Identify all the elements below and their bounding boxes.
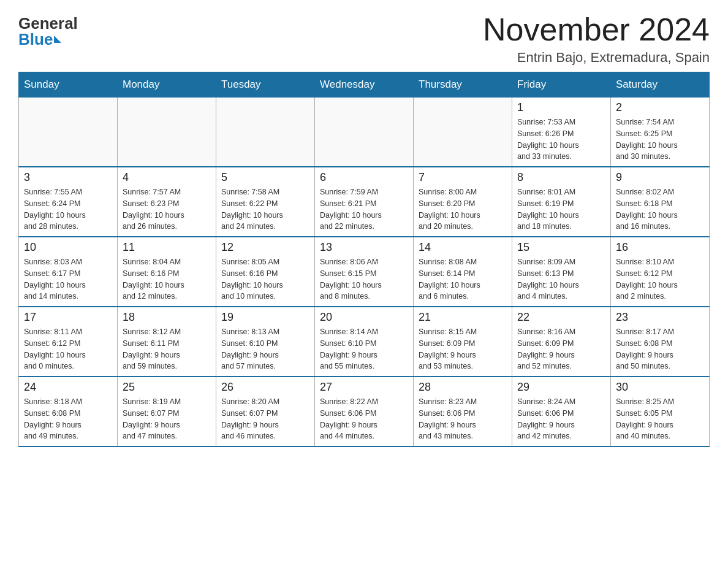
day-info: Sunrise: 8:18 AMSunset: 6:08 PMDaylight:… (24, 396, 112, 442)
day-info: Sunrise: 8:09 AMSunset: 6:13 PMDaylight:… (517, 256, 605, 302)
page-header: General Blue November 2024 Entrin Bajo, … (18, 12, 710, 66)
day-info: Sunrise: 8:19 AMSunset: 6:07 PMDaylight:… (123, 396, 211, 442)
calendar-cell: 6Sunrise: 7:59 AMSunset: 6:21 PMDaylight… (315, 167, 414, 237)
day-info: Sunrise: 8:06 AMSunset: 6:15 PMDaylight:… (320, 256, 408, 302)
day-info: Sunrise: 7:59 AMSunset: 6:21 PMDaylight:… (320, 186, 408, 232)
main-title: November 2024 (483, 12, 710, 47)
logo-blue-text: Blue (18, 31, 61, 47)
calendar-cell: 4Sunrise: 7:57 AMSunset: 6:23 PMDaylight… (118, 167, 216, 237)
day-info: Sunrise: 8:12 AMSunset: 6:11 PMDaylight:… (123, 326, 211, 372)
day-number: 29 (517, 381, 605, 394)
day-number: 11 (123, 241, 211, 254)
weekday-header-friday: Friday (512, 72, 611, 98)
calendar-cell: 2Sunrise: 7:54 AMSunset: 6:25 PMDaylight… (611, 98, 710, 167)
day-info: Sunrise: 8:02 AMSunset: 6:18 PMDaylight:… (616, 186, 704, 232)
day-number: 4 (123, 171, 211, 184)
day-number: 21 (419, 311, 507, 324)
day-info: Sunrise: 7:57 AMSunset: 6:23 PMDaylight:… (123, 186, 211, 232)
day-number: 24 (24, 381, 112, 394)
day-info: Sunrise: 8:00 AMSunset: 6:20 PMDaylight:… (419, 186, 507, 232)
day-number: 18 (123, 311, 211, 324)
day-info: Sunrise: 8:17 AMSunset: 6:08 PMDaylight:… (616, 326, 704, 372)
title-area: November 2024 Entrin Bajo, Extremadura, … (483, 12, 710, 66)
day-number: 3 (24, 171, 112, 184)
weekday-header-wednesday: Wednesday (315, 72, 414, 98)
day-number: 19 (221, 311, 309, 324)
logo-triangle-icon (54, 36, 61, 43)
calendar-cell: 3Sunrise: 7:55 AMSunset: 6:24 PMDaylight… (19, 167, 118, 237)
day-info: Sunrise: 7:55 AMSunset: 6:24 PMDaylight:… (24, 186, 112, 232)
day-number: 25 (123, 381, 211, 394)
logo: General Blue (18, 12, 78, 47)
calendar-cell: 11Sunrise: 8:04 AMSunset: 6:16 PMDayligh… (118, 237, 216, 307)
weekday-header-tuesday: Tuesday (216, 72, 315, 98)
day-number: 2 (616, 101, 704, 114)
calendar-cell: 22Sunrise: 8:16 AMSunset: 6:09 PMDayligh… (512, 307, 611, 377)
calendar-cell: 23Sunrise: 8:17 AMSunset: 6:08 PMDayligh… (611, 307, 710, 377)
day-number: 1 (517, 101, 605, 114)
day-number: 22 (517, 311, 605, 324)
calendar-cell: 28Sunrise: 8:23 AMSunset: 6:06 PMDayligh… (414, 377, 512, 446)
calendar-week-row: 1Sunrise: 7:53 AMSunset: 6:26 PMDaylight… (19, 98, 710, 167)
day-info: Sunrise: 8:01 AMSunset: 6:19 PMDaylight:… (517, 186, 605, 232)
day-info: Sunrise: 8:25 AMSunset: 6:05 PMDaylight:… (616, 396, 704, 442)
day-number: 12 (221, 241, 309, 254)
day-info: Sunrise: 8:11 AMSunset: 6:12 PMDaylight:… (24, 326, 112, 372)
day-number: 17 (24, 311, 112, 324)
day-info: Sunrise: 8:03 AMSunset: 6:17 PMDaylight:… (24, 256, 112, 302)
calendar-cell: 27Sunrise: 8:22 AMSunset: 6:06 PMDayligh… (315, 377, 414, 446)
weekday-header-monday: Monday (118, 72, 216, 98)
calendar-table: SundayMondayTuesdayWednesdayThursdayFrid… (18, 72, 710, 447)
day-number: 14 (419, 241, 507, 254)
day-number: 16 (616, 241, 704, 254)
day-number: 28 (419, 381, 507, 394)
calendar-week-row: 10Sunrise: 8:03 AMSunset: 6:17 PMDayligh… (19, 237, 710, 307)
weekday-header-saturday: Saturday (611, 72, 710, 98)
day-info: Sunrise: 8:24 AMSunset: 6:06 PMDaylight:… (517, 396, 605, 442)
logo-general-text: General (18, 15, 78, 31)
day-number: 13 (320, 241, 408, 254)
calendar-cell: 10Sunrise: 8:03 AMSunset: 6:17 PMDayligh… (19, 237, 118, 307)
day-number: 5 (221, 171, 309, 184)
calendar-cell: 29Sunrise: 8:24 AMSunset: 6:06 PMDayligh… (512, 377, 611, 446)
day-info: Sunrise: 7:58 AMSunset: 6:22 PMDaylight:… (221, 186, 309, 232)
day-info: Sunrise: 8:22 AMSunset: 6:06 PMDaylight:… (320, 396, 408, 442)
calendar-cell (414, 98, 512, 167)
calendar-week-row: 17Sunrise: 8:11 AMSunset: 6:12 PMDayligh… (19, 307, 710, 377)
day-number: 7 (419, 171, 507, 184)
day-info: Sunrise: 8:23 AMSunset: 6:06 PMDaylight:… (419, 396, 507, 442)
calendar-cell: 21Sunrise: 8:15 AMSunset: 6:09 PMDayligh… (414, 307, 512, 377)
day-number: 30 (616, 381, 704, 394)
calendar-cell (216, 98, 315, 167)
day-number: 8 (517, 171, 605, 184)
day-number: 26 (221, 381, 309, 394)
day-number: 9 (616, 171, 704, 184)
calendar-cell: 24Sunrise: 8:18 AMSunset: 6:08 PMDayligh… (19, 377, 118, 446)
day-info: Sunrise: 8:04 AMSunset: 6:16 PMDaylight:… (123, 256, 211, 302)
calendar-cell: 1Sunrise: 7:53 AMSunset: 6:26 PMDaylight… (512, 98, 611, 167)
day-number: 15 (517, 241, 605, 254)
day-info: Sunrise: 8:10 AMSunset: 6:12 PMDaylight:… (616, 256, 704, 302)
calendar-cell: 16Sunrise: 8:10 AMSunset: 6:12 PMDayligh… (611, 237, 710, 307)
day-info: Sunrise: 7:54 AMSunset: 6:25 PMDaylight:… (616, 117, 704, 163)
calendar-cell: 14Sunrise: 8:08 AMSunset: 6:14 PMDayligh… (414, 237, 512, 307)
location-subtitle: Entrin Bajo, Extremadura, Spain (483, 50, 710, 66)
calendar-cell: 13Sunrise: 8:06 AMSunset: 6:15 PMDayligh… (315, 237, 414, 307)
calendar-cell: 12Sunrise: 8:05 AMSunset: 6:16 PMDayligh… (216, 237, 315, 307)
day-number: 10 (24, 241, 112, 254)
calendar-cell: 26Sunrise: 8:20 AMSunset: 6:07 PMDayligh… (216, 377, 315, 446)
day-number: 27 (320, 381, 408, 394)
calendar-header-row: SundayMondayTuesdayWednesdayThursdayFrid… (19, 72, 710, 98)
calendar-cell: 9Sunrise: 8:02 AMSunset: 6:18 PMDaylight… (611, 167, 710, 237)
calendar-cell (19, 98, 118, 167)
day-info: Sunrise: 7:53 AMSunset: 6:26 PMDaylight:… (517, 117, 605, 163)
calendar-cell: 8Sunrise: 8:01 AMSunset: 6:19 PMDaylight… (512, 167, 611, 237)
calendar-cell (118, 98, 216, 167)
calendar-cell: 25Sunrise: 8:19 AMSunset: 6:07 PMDayligh… (118, 377, 216, 446)
calendar-cell: 5Sunrise: 7:58 AMSunset: 6:22 PMDaylight… (216, 167, 315, 237)
day-number: 20 (320, 311, 408, 324)
calendar-cell: 15Sunrise: 8:09 AMSunset: 6:13 PMDayligh… (512, 237, 611, 307)
weekday-header-sunday: Sunday (19, 72, 118, 98)
calendar-cell: 20Sunrise: 8:14 AMSunset: 6:10 PMDayligh… (315, 307, 414, 377)
calendar-cell (315, 98, 414, 167)
